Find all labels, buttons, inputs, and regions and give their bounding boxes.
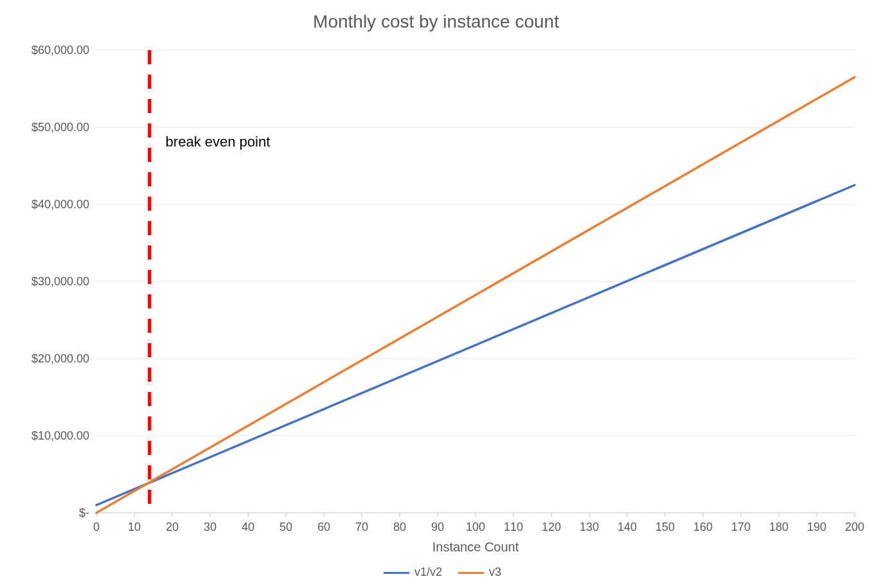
x-tick-label: 150 [655, 521, 675, 534]
annotation-break-even: break even point [166, 134, 271, 150]
x-tick-label: 50 [280, 521, 292, 534]
y-tick-label: $- [79, 506, 89, 520]
x-tick-label: 170 [731, 521, 751, 534]
x-tick-label: 0 [93, 521, 100, 534]
y-tick-label: $60,000.00 [31, 44, 89, 57]
x-tick-label: 30 [204, 521, 217, 534]
legend-label-v3: v3 [489, 566, 501, 578]
y-tick-label: $20,000.00 [31, 352, 89, 366]
chart-container: Monthly cost by instance count $-$10,000… [0, 0, 872, 588]
x-tick-label: 140 [618, 521, 637, 534]
y-tick-label: $40,000.00 [31, 198, 89, 211]
x-tick-label: 160 [693, 521, 713, 534]
plot-area [96, 50, 855, 513]
x-tick-label: 190 [807, 521, 826, 534]
x-tick-label: 100 [466, 521, 485, 534]
chart-title: Monthly cost by instance count [0, 12, 872, 32]
x-tick-label: 60 [317, 521, 330, 534]
legend-label-v1v2: v1/v2 [414, 566, 442, 578]
y-tick-label: $50,000.00 [31, 121, 89, 134]
x-tick-label: 90 [431, 521, 444, 534]
x-tick-label: 110 [504, 521, 523, 534]
x-tick-label: 200 [845, 521, 864, 534]
x-tick-label: 80 [393, 521, 406, 534]
y-tick-label: $10,000.00 [31, 429, 89, 443]
legend-swatch-v3 [458, 572, 484, 574]
x-tick-label: 40 [242, 521, 254, 534]
x-tick-label: 20 [166, 521, 179, 534]
y-tick-label: $30,000.00 [31, 275, 89, 289]
plot-svg [96, 50, 855, 513]
x-tick-label: 10 [128, 521, 141, 534]
legend-swatch-v1v2 [384, 572, 409, 574]
x-tick-label: 120 [542, 521, 561, 534]
legend: v1/v2 v3 [0, 566, 872, 579]
x-tick-label: 130 [580, 521, 599, 534]
x-tick-label: 70 [355, 521, 368, 534]
x-tick-label: 180 [769, 521, 788, 534]
x-axis-label: Instance Count [96, 540, 855, 555]
